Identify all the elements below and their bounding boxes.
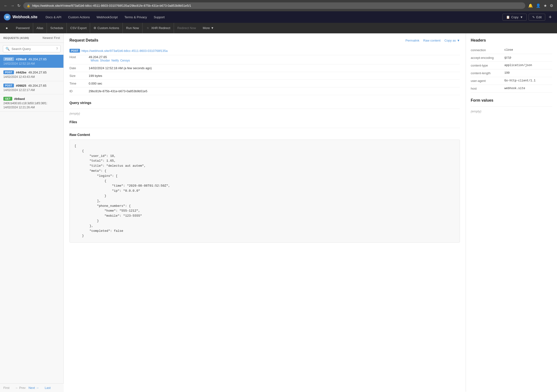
header-row: user-agent Go-http-client/1.1: [471, 77, 552, 85]
subnav-schedule[interactable]: Schedule: [47, 23, 67, 33]
sidebar-header: REQUESTS (4/100) Newest First: [0, 33, 63, 43]
files-title: Files: [69, 120, 460, 125]
header-key: user-agent: [471, 77, 504, 85]
query-strings-section: Query strings (empty): [69, 101, 460, 115]
raw-content-link[interactable]: Raw content: [423, 39, 441, 42]
header-key: content-length: [471, 69, 504, 77]
list-item[interactable]: POST #29bc8 49.204.27.65 14/02/2024 12:5…: [0, 55, 63, 68]
form-values-title: Form values: [471, 98, 552, 103]
search-input[interactable]: [12, 47, 54, 51]
subnav-password[interactable]: Password: [13, 23, 33, 33]
copy-button[interactable]: 📋 Copy ▼: [502, 14, 527, 21]
edit-button[interactable]: ✎ Edit: [529, 14, 545, 21]
next-page-button[interactable]: Next →: [29, 386, 39, 390]
subnav-xhr-redirect[interactable]: ◾ XHR Redirect: [142, 23, 174, 33]
browser-icons: 🔔 👤 ★ ⚙: [528, 3, 553, 8]
files-section: Files: [69, 120, 460, 128]
header-value: 199: [504, 69, 552, 77]
form-values-empty: (empty): [471, 110, 481, 113]
nav-webhookscript[interactable]: WebhookScript: [93, 11, 121, 23]
host-label: Host: [69, 55, 89, 64]
time-row: Time 0.000 sec: [69, 80, 460, 88]
settings-icon[interactable]: ⚙: [550, 3, 553, 8]
list-item-top: POST #09825 49.204.27.65: [3, 84, 60, 88]
subnav-more[interactable]: More ▼: [199, 23, 217, 33]
header-key: content-type: [471, 62, 504, 69]
item-id: #09825: [16, 84, 26, 88]
nav-support[interactable]: Support: [150, 11, 168, 23]
method-badge: POST: [3, 57, 14, 61]
item-date: 14/02/2024 12:43:43 AM: [3, 75, 60, 79]
id-label: ID: [69, 88, 89, 95]
date-value: 14/02/2024 12:52:18 AM (a few seconds ag…: [89, 64, 460, 72]
item-date: 14/02/2024 12:52:18 AM: [3, 62, 60, 65]
list-item-top: POST #29bc8 49.204.27.65: [3, 57, 60, 61]
top-nav: W Webhook.site Docs & API Custom Actions…: [0, 11, 557, 23]
nav-custom-actions[interactable]: Custom Actions: [65, 11, 93, 23]
subnav-csv-export[interactable]: CSV Export: [67, 23, 90, 33]
star-icon[interactable]: ★: [544, 3, 547, 8]
method-badge: POST: [3, 84, 14, 88]
header-value: application/json: [504, 62, 552, 69]
header-row: content-type application/json: [471, 62, 552, 69]
raw-content-box[interactable]: [ { "user_id": 18, "total": 1.65, "title…: [69, 140, 460, 243]
gear-icon: ⚙: [93, 26, 96, 30]
header-value: gzip: [504, 54, 552, 62]
censys-link[interactable]: Censys: [120, 59, 130, 62]
edit-icon: ✎: [532, 15, 535, 19]
prev-page-button[interactable]: ← Prev: [15, 386, 25, 390]
last-page-button[interactable]: Last: [45, 386, 51, 390]
whois-link[interactable]: Whois: [90, 59, 98, 62]
request-method-badge: POST: [69, 49, 80, 53]
browser-refresh-button[interactable]: ↻: [17, 4, 20, 8]
first-page-button[interactable]: First: [3, 386, 9, 390]
chevron-down-icon: ▼: [211, 26, 214, 30]
main-layout: REQUESTS (4/100) Newest First 🔍 ? POST #…: [0, 33, 557, 392]
list-item[interactable]: POST #09825 49.204.27.65 14/02/2024 12:2…: [0, 81, 63, 94]
permalink-link[interactable]: Permalink: [405, 39, 419, 42]
nav-docs-api[interactable]: Docs & API: [42, 11, 65, 23]
help-icon[interactable]: ?: [56, 47, 58, 51]
right-panel: Headers connection close accept-encoding…: [466, 33, 557, 392]
bell-icon[interactable]: 🔔: [528, 3, 533, 8]
subnav-custom-actions[interactable]: ⚙ Custom Actions: [90, 23, 123, 33]
headers-title: Headers: [471, 38, 552, 42]
logo-icon: W: [4, 14, 11, 20]
clock-icon[interactable]: ●: [3, 24, 11, 32]
header-value: close: [504, 46, 552, 54]
nav-terms-privacy[interactable]: Terms & Privacy: [121, 11, 150, 23]
date-label: Date: [69, 64, 89, 72]
sidebar: REQUESTS (4/100) Newest First 🔍 ? POST #…: [0, 33, 64, 392]
browser-forward-button[interactable]: →: [11, 4, 14, 8]
item-ip: 49.204.27.65: [28, 84, 46, 88]
subnav-alias[interactable]: Alias: [33, 23, 47, 33]
profile-icon[interactable]: 👤: [536, 3, 541, 8]
shodan-link[interactable]: Shodan: [100, 59, 110, 62]
copy-as-button[interactable]: Copy as ▼: [444, 39, 460, 42]
form-values-section: Form values (empty): [471, 98, 552, 113]
section-header: Request Details Permalink Raw content Co…: [69, 38, 460, 42]
browser-back-button[interactable]: ←: [4, 4, 8, 8]
header-value: webhook.site: [504, 85, 552, 92]
size-value: 199 bytes: [89, 72, 460, 80]
time-value: 0.000 sec: [89, 80, 460, 88]
request-url[interactable]: https://webhook.site/973af1b6-b8cc-4511-…: [82, 49, 168, 53]
section-actions: Permalink Raw content Copy as ▼: [405, 39, 460, 42]
header-key: connection: [471, 46, 504, 54]
netify-link[interactable]: Netify: [112, 59, 119, 62]
browser-url-bar[interactable]: 🔒 https://webhook.site/#!/view/973af1b6-…: [23, 2, 525, 9]
list-item-top: GET #b9aed: [3, 97, 60, 101]
sub-nav: ● Password Alias Schedule CSV Export ⚙ C…: [0, 23, 557, 33]
new-button[interactable]: +: [547, 14, 553, 20]
raw-content-title: Raw Content: [69, 133, 460, 138]
query-strings-title: Query strings: [69, 101, 460, 106]
date-row: Date 14/02/2024 12:52:18 AM (a few secon…: [69, 64, 460, 72]
subnav-run-now[interactable]: Run Now: [123, 23, 142, 33]
logo[interactable]: W Webhook.site: [4, 14, 38, 20]
details-table: Host 49.204.27.65 Whois Shodan Netify Ce…: [69, 55, 460, 95]
sort-order[interactable]: Newest First: [42, 36, 60, 40]
list-item[interactable]: POST #442be 49.204.27.65 14/02/2024 12:4…: [0, 68, 63, 81]
item-ip: 49.204.27.65: [28, 57, 47, 61]
pagination: First ← Prev Next → Last: [0, 383, 64, 392]
list-item[interactable]: GET #b9aed 2406:b400:b5:c18:3d50:1df3:36…: [0, 94, 63, 112]
